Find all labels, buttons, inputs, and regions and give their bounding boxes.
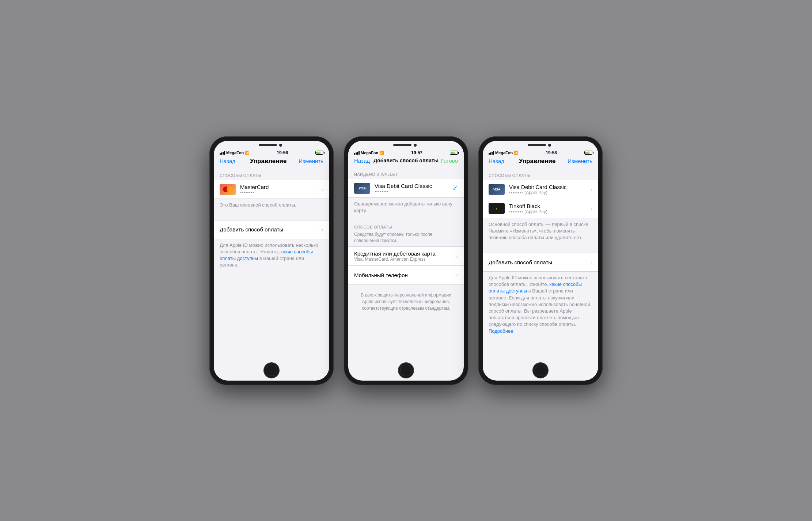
phone-bottom-bar-2	[348, 359, 464, 381]
nav-title-2: Добавить способ оплаты	[373, 158, 439, 163]
wallet-note: Одновременно можно добавить только одну …	[348, 198, 464, 220]
note-link2-3[interactable]: Подробнее	[489, 328, 513, 334]
signal-icon-2	[354, 151, 360, 155]
time-3: 19:58	[546, 150, 557, 155]
time-2: 19:57	[411, 150, 422, 155]
tinkoff-icon: T	[489, 203, 505, 214]
add-payment-button-3[interactable]: Добавить способ оплаты ›	[483, 253, 598, 271]
nav-title-1: Управление	[250, 158, 287, 165]
add-payment-container-3: Добавить способ оплаты ›	[483, 253, 598, 272]
visa-wallet-item[interactable]: VISA Visa Debit Card Classic •••••••• ✓	[348, 179, 464, 197]
chevron-credit-card: ›	[456, 253, 458, 259]
nav-bar-1: Назад Управление Изменить	[214, 156, 329, 168]
add-payment-label-3: Добавить способ оплаты	[489, 259, 588, 265]
chevron-tinkoff: ›	[591, 205, 592, 211]
visa-masked: ••••••••	[375, 189, 449, 193]
tinkoff-title: Tinkoff Black	[509, 203, 588, 209]
back-button-3[interactable]: Назад	[489, 158, 507, 164]
status-bar-1: MegaFon 📶 19:56 ⚡	[214, 148, 329, 156]
back-button-1[interactable]: Назад	[220, 158, 238, 164]
back-button-2[interactable]: Назад	[354, 158, 372, 164]
tinkoff-item-3[interactable]: T Tinkoff Black •••••••• (Apple Pay) ›	[483, 199, 598, 218]
phone-top-bar-3	[483, 141, 598, 148]
add-payment-label-1: Добавить способ оплаты	[220, 226, 319, 233]
status-bar-2: MegaFon 📶 19:57 ⚡	[348, 148, 464, 156]
primary-payment-note-3: Основной способ оплаты — первый в списке…	[483, 218, 598, 247]
carrier-1: MegaFon	[226, 151, 244, 155]
checkmark-icon: ✓	[452, 184, 458, 192]
phone-top-bar-2	[348, 141, 464, 148]
info-note-1: Для Apple ID можно использовать нескольк…	[214, 239, 329, 275]
phone-1: MegaFon 📶 19:56 ⚡ Назад Управление Измен…	[209, 136, 334, 385]
mobile-phone-title: Мобильный телефон	[354, 272, 453, 278]
action-button-3[interactable]: Изменить	[568, 158, 592, 164]
phones-container: MegaFon 📶 19:56 ⚡ Назад Управление Измен…	[209, 136, 603, 385]
status-bar-3: MegaFon 📶 19:58 ⚡	[483, 148, 598, 156]
chevron-add-3: ›	[591, 259, 592, 265]
nav-bar-2: Назад Добавить способ оплаты Готово	[348, 156, 464, 167]
action-button-1[interactable]: Изменить	[299, 158, 323, 164]
carrier-3: MegaFon	[495, 151, 513, 155]
chevron-visa-3: ›	[591, 186, 592, 192]
screen-content-3: СПОСОБЫ ОПЛАТЫ VISA Visa Debit Card Clas…	[483, 168, 598, 359]
nav-title-3: Управление	[519, 158, 555, 165]
credit-card-option[interactable]: Кредитная или дебетовая карта Visa, Mast…	[348, 247, 464, 266]
mastercard-title: MasterCard	[240, 184, 319, 190]
credit-card-title: Кредитная или дебетовая карта	[354, 250, 453, 257]
section-header-2b: СПОСОБ ОПЛАТЫ	[348, 220, 464, 231]
time-1: 19:56	[277, 150, 288, 155]
speaker-2	[393, 144, 411, 146]
speaker-3	[528, 144, 546, 146]
wifi-icon-3: 📶	[514, 151, 518, 155]
visa-card-icon: VISA	[354, 183, 370, 194]
screen-content-2: НАЙДЕНО В WALLET VISA Visa Debit Card Cl…	[348, 167, 464, 359]
nav-bar-3: Назад Управление Изменить	[483, 156, 598, 168]
screen-content-1: СПОСОБЫ ОПЛАТЫ MasterCard ••••••••	[214, 168, 329, 359]
info-note-3: Для Apple ID можно использовать нескольк…	[483, 272, 598, 340]
payment-method-note: Средства будут списаны только после сове…	[348, 231, 464, 247]
signal-icon-3	[489, 151, 494, 155]
visa-item-3[interactable]: VISA Visa Debit Card Classic •••••••• (A…	[483, 180, 598, 199]
section-header-3a: СПОСОБЫ ОПЛАТЫ	[483, 168, 598, 180]
add-payment-container-1: Добавить способ оплаты ›	[214, 220, 329, 239]
action-button-2[interactable]: Готово	[440, 158, 458, 164]
phone-bottom-bar-1	[214, 359, 329, 381]
phone-bottom-bar-3	[483, 359, 598, 381]
payment-options-list: Кредитная или дебетовая карта Visa, Mast…	[348, 246, 464, 284]
home-button-2[interactable]	[398, 362, 414, 378]
wifi-icon-1: 📶	[245, 151, 249, 155]
mastercard-masked: ••••••••	[240, 190, 319, 195]
chevron-icon-mc: ›	[322, 186, 323, 192]
credit-card-subtitle: Visa, MasterCard, American Express	[354, 257, 453, 262]
home-button-3[interactable]	[532, 362, 549, 378]
phone-top-bar-1	[214, 141, 329, 148]
mobile-phone-option[interactable]: Мобильный телефон ›	[348, 266, 464, 284]
phone-3: MegaFon 📶 19:58 ⚡ Назад Управление Измен…	[478, 136, 603, 385]
add-payment-button-1[interactable]: Добавить способ оплаты ›	[214, 220, 329, 239]
wifi-icon-2: 📶	[379, 151, 384, 155]
chevron-mobile: ›	[456, 272, 458, 278]
visa-title: Visa Debit Card Classic	[375, 183, 449, 189]
carrier-2: MegaFon	[361, 151, 378, 155]
battery-3: ⚡	[584, 151, 592, 155]
section-header-1a: СПОСОБЫ ОПЛАТЫ	[214, 168, 329, 180]
battery-2: ⚡	[450, 151, 458, 155]
signal-icon-1	[220, 151, 225, 155]
mastercard-item[interactable]: MasterCard •••••••• ›	[214, 180, 329, 199]
phone-2: MegaFon 📶 19:57 ⚡ Назад Добавить способ …	[344, 136, 468, 385]
mastercard-icon	[220, 184, 236, 195]
battery-1: ⚡	[315, 151, 323, 155]
camera-3	[548, 144, 551, 147]
home-button-1[interactable]	[263, 362, 280, 378]
speaker-1	[259, 144, 277, 146]
section-header-2a: НАЙДЕНО В WALLET	[348, 167, 464, 179]
payment-methods-list-1: MasterCard •••••••• ›	[214, 180, 329, 199]
visa-title-3: Visa Debit Card Classic	[509, 184, 588, 190]
wallet-list: VISA Visa Debit Card Classic •••••••• ✓	[348, 179, 464, 198]
chevron-icon-add-1: ›	[322, 227, 323, 233]
tinkoff-subtitle: •••••••• (Apple Pay)	[509, 209, 588, 214]
primary-payment-note-1: Это Ваш основной способ оплаты.	[214, 199, 329, 214]
visa-subtitle-3: •••••••• (Apple Pay)	[509, 190, 588, 195]
camera-2	[414, 144, 417, 147]
visa-card-icon-3: VISA	[489, 184, 505, 195]
